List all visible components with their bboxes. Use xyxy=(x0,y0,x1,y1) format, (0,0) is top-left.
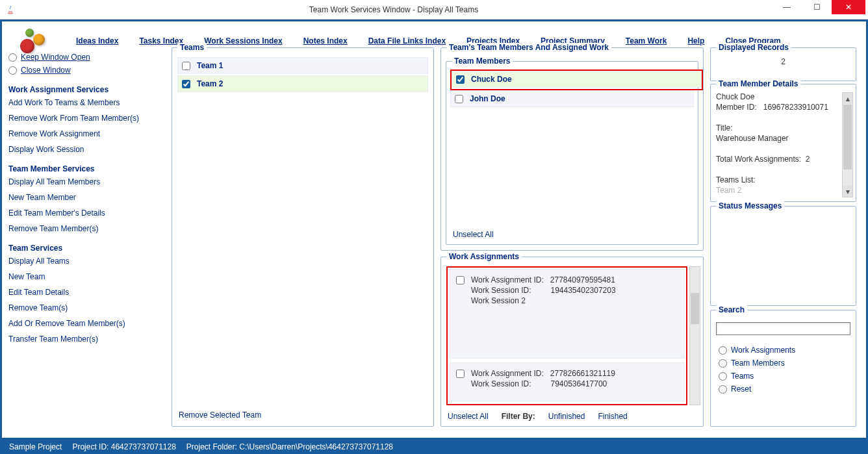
search-opt-label: Teams xyxy=(731,372,754,381)
search-opt-team-members[interactable]: Team Members xyxy=(719,359,848,368)
team-member-details-legend: Team Member Details xyxy=(716,79,801,88)
ws-id-label: Work Session ID: xyxy=(471,379,531,388)
highlight-annotation: Chuck Doe xyxy=(450,69,703,90)
search-opt-reset[interactable]: Reset xyxy=(719,385,848,394)
link-display-work-session[interactable]: Display Work Session xyxy=(8,145,158,154)
member-name: John Doe xyxy=(470,94,505,103)
link-edit-team-details[interactable]: Edit Team Details xyxy=(8,288,158,297)
link-new-team[interactable]: New Team xyxy=(8,272,158,281)
detail-id-label: Member ID: xyxy=(716,103,757,112)
ws-id-label: Work Session ID: xyxy=(471,286,531,295)
work-assignment-item[interactable]: Work Assignment ID: 277840979595481 Work… xyxy=(449,269,685,359)
team-name: Team 2 xyxy=(197,79,223,88)
status-project-name: Sample Project xyxy=(9,442,62,451)
scrollbar-up-icon[interactable]: ▴ xyxy=(843,93,852,104)
search-panel: Search Work Assignments Team Members Tea… xyxy=(710,310,856,427)
menu-data-file-links-index[interactable]: Data File Links Index xyxy=(368,36,446,45)
link-remove-team-members[interactable]: Remove Team Member(s) xyxy=(8,224,158,233)
scrollbar-down-icon[interactable]: ▾ xyxy=(843,186,852,197)
team-row[interactable]: Team 1 xyxy=(177,57,428,74)
close-button[interactable]: ✕ xyxy=(832,0,865,14)
wa-id-label: Work Assignment ID: xyxy=(471,369,544,378)
close-window-label: Close Window xyxy=(21,66,71,75)
search-opt-label: Team Members xyxy=(731,359,785,368)
scrollbar-thumb[interactable] xyxy=(843,105,852,170)
work-assignments-scroll: Work Assignment ID: 277840979595481 Work… xyxy=(446,266,700,405)
menu-notes-index[interactable]: Notes Index xyxy=(303,36,348,45)
unselect-all-work-link[interactable]: Unselect All xyxy=(448,412,489,421)
search-opt-teams[interactable]: Teams xyxy=(719,372,848,381)
member-checkbox[interactable] xyxy=(455,95,463,103)
section-work-assignment-services: Work Assignment Services xyxy=(8,85,158,94)
link-display-all-team-members[interactable]: Display All Team Members xyxy=(8,177,158,186)
teams-list: Team 1 Team 2 xyxy=(172,48,433,99)
work-assignment-checkbox[interactable] xyxy=(456,370,465,378)
menu-work-sessions-index[interactable]: Work Sessions Index xyxy=(204,36,283,45)
member-checkbox[interactable] xyxy=(456,75,465,84)
status-project-id: Project ID: 464273737071128 xyxy=(72,442,175,451)
status-bar: Sample Project Project ID: 4642737370711… xyxy=(0,440,868,454)
detail-twa-label: Total Work Assignments: xyxy=(716,155,801,164)
member-name: Chuck Doe xyxy=(471,75,512,84)
menu-help[interactable]: Help xyxy=(687,36,704,45)
filter-finished-link[interactable]: Finished xyxy=(598,412,627,421)
link-display-all-teams[interactable]: Display All Teams xyxy=(8,257,158,266)
keep-window-open-radio[interactable]: Keep Window Open xyxy=(8,53,158,62)
link-remove-work-from-members[interactable]: Remove Work From Team Member(s) xyxy=(8,114,158,123)
link-add-remove-team-members[interactable]: Add Or Remove Team Member(s) xyxy=(8,319,158,328)
member-row[interactable]: Chuck Doe xyxy=(452,71,702,88)
work-assignment-details: Work Assignment ID: 277826661321119 Work… xyxy=(471,368,678,396)
member-row[interactable]: John Doe xyxy=(450,90,694,107)
work-assignment-checkbox[interactable] xyxy=(456,276,465,284)
search-opt-work-assignments[interactable]: Work Assignments xyxy=(719,346,848,355)
section-team-services: Team Services xyxy=(8,244,158,253)
search-opt-label: Reset xyxy=(731,385,751,394)
team-member-details-panel: Team Member Details Chuck Doe Member ID:… xyxy=(710,84,856,202)
detail-teams-cut: Team 2 xyxy=(716,186,840,195)
status-project-folder: Project Folder: C:\Users\Darren\Projects… xyxy=(186,442,393,451)
link-transfer-team-members[interactable]: Transfer Team Member(s) xyxy=(8,334,158,344)
status-messages-legend: Status Messages xyxy=(716,201,784,210)
team-checkbox[interactable] xyxy=(182,80,190,88)
filter-by-label: Filter By: xyxy=(502,412,535,421)
close-window-radio[interactable]: Close Window xyxy=(8,66,158,75)
scrollbar-thumb[interactable] xyxy=(691,293,699,324)
scrollbar[interactable]: ▴ ▾ xyxy=(842,92,853,197)
search-input[interactable] xyxy=(716,322,850,335)
detail-title-value: Warehouse Manager xyxy=(716,134,840,143)
unselect-all-members-link[interactable]: Unselect All xyxy=(453,230,494,239)
maximize-button[interactable]: ☐ xyxy=(802,0,832,14)
work-assignment-details: Work Assignment ID: 277840979595481 Work… xyxy=(471,275,678,353)
filter-unfinished-link[interactable]: Unfinished xyxy=(548,412,585,421)
title-bar: Team Work Services Window - Display All … xyxy=(0,0,868,19)
link-remove-teams[interactable]: Remove Team(s) xyxy=(8,303,158,312)
work-assignment-item[interactable]: Work Assignment ID: 277826661321119 Work… xyxy=(449,362,685,401)
team-members-list: Chuck Doe John Doe xyxy=(446,62,698,112)
work-assignments-footer: Unselect All Filter By: Unfinished Finis… xyxy=(448,412,696,421)
displayed-records-panel: Displayed Records 2 xyxy=(710,47,856,81)
wa-id-value: 277840979595481 xyxy=(550,275,615,284)
teams-legend: Teams xyxy=(177,43,207,52)
minimize-button[interactable]: — xyxy=(772,0,802,14)
team-members-panel: Team Members Chuck Doe John Doe Unselect… xyxy=(446,61,698,245)
team-members-legend: Team Members xyxy=(452,57,513,66)
team-members-and-work-panel: Team's Team Members And Assigned Work Te… xyxy=(440,47,704,251)
link-edit-team-member-details[interactable]: Edit Team Member's Details xyxy=(8,208,158,218)
scrollbar[interactable] xyxy=(689,266,700,405)
search-opt-label: Work Assignments xyxy=(731,346,795,355)
team-checkbox[interactable] xyxy=(182,62,190,70)
menu-ideas-index[interactable]: Ideas Index xyxy=(76,36,118,45)
menu-team-work[interactable]: Team Work xyxy=(626,36,667,45)
ws-name: Work Session 2 xyxy=(471,296,678,306)
team-row[interactable]: Team 2 xyxy=(177,75,428,92)
java-icon xyxy=(5,5,16,15)
detail-twa-value: 2 xyxy=(806,155,810,164)
link-add-work-to-teams[interactable]: Add Work To Teams & Members xyxy=(8,98,158,107)
detail-title-label: Title: xyxy=(716,123,840,132)
section-team-member-services: Team Member Services xyxy=(8,164,158,173)
link-new-team-member[interactable]: New Team Member xyxy=(8,193,158,202)
app-logo xyxy=(15,27,46,55)
link-remove-work-assignment[interactable]: Remove Work Assignment xyxy=(8,129,158,138)
remove-selected-team-link[interactable]: Remove Selected Team xyxy=(179,410,261,420)
wa-id-value: 277826661321119 xyxy=(550,369,615,378)
